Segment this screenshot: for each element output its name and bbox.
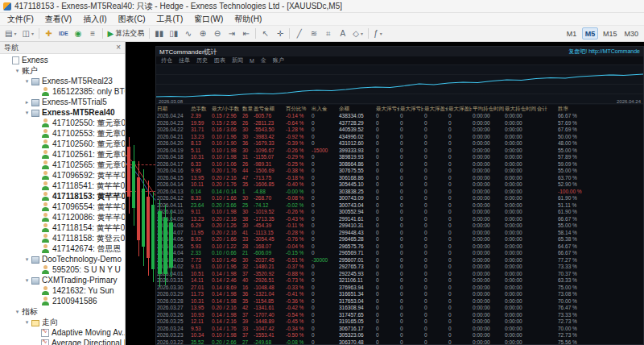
table-row[interactable]: 2026.04.0711.950.20 / 2.1641-1113.15-0.2…: [156, 230, 643, 237]
options-button[interactable]: ≡: [86, 27, 100, 40]
chevron-down-icon[interactable]: ▾: [23, 256, 31, 263]
tree-item[interactable]: Exness: [0, 55, 125, 65]
table-row[interactable]: 2026.04.1410.110.20 / 1.7635-1606.85-0.4…: [156, 181, 643, 189]
table-row[interactable]: 2026.03.2310.340.10 / 1.9837-1553.41-0.5…: [156, 332, 643, 339]
menu-item[interactable]: 查看(V): [39, 13, 77, 25]
chart-shift-button[interactable]: ⇤: [239, 27, 253, 40]
timeframe-M5[interactable]: M5: [582, 27, 598, 39]
ide-button[interactable]: IDE: [56, 27, 71, 40]
table-row[interactable]: 2026.03.3027.010.14 / 8.6916-1048.48-0.3…: [156, 285, 643, 292]
metaeditor-button[interactable]: ◉: [72, 27, 85, 40]
mtcommander-tab[interactable]: 新闻: [232, 56, 243, 64]
table-row[interactable]: 2026.04.195.110.10 / 1.9830-1096.67-0.26…: [156, 148, 643, 155]
close-icon[interactable]: ×: [116, 44, 121, 52]
mtcommander-tab[interactable]: 金: [261, 56, 266, 64]
mtcommander-tab[interactable]: 账户: [273, 56, 284, 64]
menu-item[interactable]: 插入(I): [77, 13, 112, 25]
shapes-button[interactable]: ◇▾: [350, 27, 365, 40]
table-row[interactable]: 2026.04.068.930.20 / 1.6633-3054.45-0.76…: [156, 236, 643, 243]
mtcommander-tab[interactable]: 图表: [214, 56, 225, 64]
algo-trading-button[interactable]: ▶算法交易: [105, 27, 147, 40]
auto-scroll-button[interactable]: ⇥: [225, 27, 238, 40]
chevron-down-icon[interactable]: ▾: [23, 319, 31, 326]
tree-item[interactable]: 2100941586: [0, 296, 125, 306]
table-row[interactable]: 2026.04.130.140.14 / 0.141-4.88-0.00 %03…: [156, 189, 643, 196]
table-row[interactable]: 2026.04.037.730.10 / 1.4630-2037.45-0.51…: [156, 257, 643, 264]
tree-item[interactable]: 417142674: 曾思恩: [0, 243, 125, 254]
bar-chart-button[interactable]: ▮▮: [152, 27, 166, 40]
tree-item[interactable]: 417096592: 黄芊芊02: [0, 170, 125, 181]
timeframe-M30[interactable]: M30: [621, 27, 641, 39]
table-row[interactable]: 2026.04.042.330.10 / 0.6621-606.09-0.15 …: [156, 250, 643, 257]
table-row[interactable]: 2026.03.2713.950.20 / 2.1642-1341.61-0.4…: [156, 305, 643, 312]
menu-item[interactable]: 图表(C): [113, 13, 151, 25]
tree-item[interactable]: ▾CXMTrading-Primary: [0, 275, 125, 285]
zoom-out-button[interactable]: ⊖: [210, 27, 224, 40]
trendline-button[interactable]: ╱: [292, 27, 306, 40]
table-row[interactable]: 2026.04.208.130.10 / 1.9036-1679.33-0.39…: [156, 140, 643, 148]
tree-item[interactable]: ▾Exness-MT5Real23: [0, 76, 125, 86]
table-row[interactable]: 2026.04.128.330.10 / 1.6630-268.70-0.08 …: [156, 195, 643, 202]
crosshair-button[interactable]: ✛: [273, 27, 287, 40]
tree-item[interactable]: 417120086: 黄芊芊05: [0, 212, 125, 222]
tree-item[interactable]: 417102560: 董元章04: [0, 139, 125, 149]
menu-item[interactable]: 帮助(H): [229, 13, 267, 25]
tree-item[interactable]: ▾DooTechnology-Demo: [0, 254, 125, 264]
table-row[interactable]: 2026.04.169.950.20 / 1.7644-1506.69-0.38…: [156, 168, 643, 175]
tree-item[interactable]: ▾账户: [0, 65, 125, 76]
table-row[interactable]: 2026.04.109.110.10 / 1.9830-1019.52-0.26…: [156, 209, 643, 216]
tree-item[interactable]: 417102561: 董元章03: [0, 149, 125, 160]
table-row[interactable]: 2026.03.2810.310.14 / 1.9835-1154.85-0.3…: [156, 298, 643, 306]
tree-item[interactable]: ▾走向: [0, 317, 125, 327]
tree-item[interactable]: 417102553: 董元章01: [0, 128, 125, 139]
table-row[interactable]: 2026.04.176.330.10 / 1.0626-989.31-0.25 …: [156, 161, 643, 168]
tree-item[interactable]: Average Directional I...: [0, 338, 125, 345]
chevron-down-icon[interactable]: ▾: [23, 78, 31, 85]
tree-item[interactable]: 417118541: 黄芊芊05: [0, 181, 125, 191]
tree-item[interactable]: ▾Exness-MT5Real40: [0, 107, 125, 118]
zoom-in-button[interactable]: ⊕: [196, 27, 209, 40]
table-row[interactable]: 2026.04.0913.230.20 / 2.1638-1713.35-0.4…: [156, 216, 643, 223]
table-row[interactable]: 2026.04.029.130.10 / 1.9632-1480.21-0.37…: [156, 264, 643, 271]
menu-item[interactable]: 文件(F): [2, 13, 39, 25]
table-row[interactable]: 2026.04.055.930.10 / 1.2228-168.07-0.04 …: [156, 243, 643, 251]
tree-item[interactable]: 417118158: 黄登云02: [0, 233, 125, 243]
table-row[interactable]: 2026.04.2319.590.15 / 2.9626-2811.23-0.6…: [156, 120, 643, 127]
chevron-down-icon[interactable]: ▾: [23, 277, 31, 284]
table-row[interactable]: 2026.04.1513.950.20 / 2.1647-713.75-0.18…: [156, 175, 643, 182]
tree-item[interactable]: 417102550: 董元章05: [0, 118, 125, 128]
new-order-button[interactable]: ✚: [42, 27, 56, 40]
tree-item[interactable]: 595205: S U N Y U: [0, 264, 125, 275]
chart-area[interactable]: MTCommander统计 复盘吧! http://MTCommande 持仓挂…: [126, 42, 644, 345]
table-row[interactable]: 2026.03.249.530.14 / 1.7633-1047.42-0.34…: [156, 326, 643, 333]
menu-item[interactable]: 窗口(W): [188, 13, 229, 25]
chevron-right-icon[interactable]: ▸: [23, 99, 31, 106]
mtcommander-tab[interactable]: 挂单: [179, 56, 190, 64]
menu-item[interactable]: 工具(T): [151, 13, 188, 25]
text-button[interactable]: A: [336, 27, 349, 40]
mtcommander-tab[interactable]: 历史: [196, 56, 208, 64]
tree-item[interactable]: 417096554: 黄芊芊01: [0, 202, 125, 212]
channel-button[interactable]: ≋: [307, 27, 320, 40]
table-row[interactable]: 2026.04.2113.230.10 / 1.9630-3983.42-0.9…: [156, 134, 643, 141]
order-panel-combo[interactable]: ▤▾: [2, 27, 19, 40]
tree-item[interactable]: Adaptive Moving Av...: [0, 327, 125, 338]
tree-item[interactable]: ▾指标: [0, 306, 125, 317]
table-row[interactable]: 2026.04.0110.510.14 / 1.9837-3520.92-0.8…: [156, 271, 643, 278]
tree-item[interactable]: 417118154: 黄芊芊06: [0, 222, 125, 233]
table-row[interactable]: 2026.04.1123.640.20 / 3.6625-74.12-0.02 …: [156, 202, 643, 210]
chart-window-combo[interactable]: ◫▾: [19, 27, 35, 40]
table-row[interactable]: 2026.03.3114.110.14 / 2.4640-2926.51-0.7…: [156, 277, 643, 285]
table-row[interactable]: 2026.03.2911.730.14 / 1.9836-1321.04-0.4…: [156, 291, 643, 298]
chevron-down-icon[interactable]: ▾: [13, 309, 22, 315]
mtcommander-tab[interactable]: M: [250, 58, 254, 64]
table-row[interactable]: 2026.04.242.390.15 / 2.9626-605.76-0.14 …: [156, 113, 643, 120]
tree-item[interactable]: ▸Exness-MT5Trial5: [0, 97, 125, 107]
table-row[interactable]: 2026.03.2512.110.14 / 2.1639-1448.89-0.4…: [156, 318, 643, 326]
tree-item[interactable]: 1421632: Yu Sun: [0, 285, 125, 296]
table-row[interactable]: 2026.03.2610.930.14 / 1.9837-1707.40-0.5…: [156, 312, 643, 319]
tree-item[interactable]: 417118153: 黄芊芊07: [0, 191, 125, 202]
line-chart-button[interactable]: ∿: [181, 27, 195, 40]
tree-item[interactable]: 165122385: only BTC: [0, 86, 125, 97]
tree-item[interactable]: 417102565: 董元章02: [0, 160, 125, 170]
